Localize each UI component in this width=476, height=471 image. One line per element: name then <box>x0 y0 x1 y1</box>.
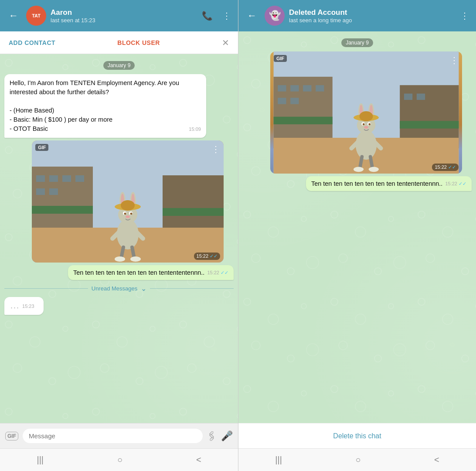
typing-indicator: ... 15:23 <box>4 297 44 315</box>
gif-more-options-right[interactable]: ⋮ <box>450 55 459 65</box>
nav-home-icon-right[interactable]: ○ <box>355 455 360 465</box>
gif-svg-left <box>32 140 224 263</box>
svg-rect-36 <box>303 85 311 91</box>
contact-name-aaron: Aaron <box>51 8 196 17</box>
block-user-button[interactable]: BLOCK USER <box>117 39 160 46</box>
bubble-outgoing-text-left: Ten ten ten ten ten ten ten ten tentente… <box>68 265 234 280</box>
gif-button-left[interactable]: GIF <box>5 432 18 440</box>
svg-point-29 <box>115 256 125 262</box>
contact-status-deleted: last seen a long time ago <box>289 17 454 24</box>
svg-rect-3 <box>36 175 45 182</box>
add-contact-button[interactable]: ADD CONTACT <box>9 39 55 46</box>
svg-point-30 <box>130 256 141 262</box>
message-incoming-text: Hello, I'm Aaron from TENTEN Employment … <box>4 74 206 138</box>
gif-visual-left[interactable] <box>32 140 224 263</box>
svg-rect-41 <box>417 94 425 100</box>
mic-icon-left[interactable]: 🎤 <box>221 430 233 442</box>
text-message-outgoing-left: Ten ten ten ten ten ten ten ten tentente… <box>68 265 234 280</box>
gif-svg-right <box>270 51 462 174</box>
chat-area-left: January 9 Hello, I'm Aaron from TENTEN E… <box>0 54 238 423</box>
svg-point-56 <box>368 123 371 126</box>
gif-message-right: GIF ⋮ 15:22 ✓✓ <box>270 51 472 174</box>
gif-checks-left: ✓✓ <box>210 253 218 259</box>
avatar-deleted: 👻 <box>265 6 285 26</box>
attach-icon-left[interactable]: 🖇 <box>204 429 219 444</box>
bubble-incoming: Hello, I'm Aaron from TENTEN Employment … <box>4 74 206 138</box>
more-options-icon-right[interactable]: ⋮ <box>459 9 471 23</box>
svg-rect-5 <box>62 175 71 182</box>
ghost-icon: 👻 <box>269 10 281 21</box>
close-action-bar-button[interactable]: ✕ <box>222 38 229 48</box>
more-options-icon-left[interactable]: ⋮ <box>221 9 233 23</box>
unread-label: Unread Messages <box>92 285 138 292</box>
svg-point-19 <box>121 200 135 211</box>
typing-bubble: ... 15:23 <box>4 297 44 315</box>
svg-rect-42 <box>274 117 333 124</box>
svg-rect-38 <box>278 98 286 104</box>
gif-message-outgoing-left: GIF ⋮ 15:22 ✓✓ <box>32 140 234 263</box>
divider-line-left <box>4 288 88 289</box>
gif-more-options[interactable]: ⋮ <box>211 144 220 154</box>
outgoing-time-left: 15:22 ✓✓ <box>207 270 228 276</box>
typing-time: 15:23 <box>22 304 34 309</box>
phone-icon[interactable]: 📞 <box>200 9 214 23</box>
svg-line-61 <box>371 157 373 168</box>
svg-rect-2 <box>163 175 224 236</box>
input-bar-left: GIF 🖇 🎤 <box>0 423 238 448</box>
gif-visual-right[interactable] <box>270 51 462 174</box>
svg-rect-4 <box>49 175 58 182</box>
gif-container-left: GIF ⋮ 15:22 ✓✓ <box>32 140 224 263</box>
nav-back-icon-left[interactable]: < <box>196 455 201 465</box>
text-message-outgoing-right: Ten ten ten ten ten ten ten ten tentente… <box>306 176 472 191</box>
gif-checks-right: ✓✓ <box>448 164 456 170</box>
svg-point-24 <box>126 215 130 218</box>
gif-time-left: 15:22 ✓✓ <box>194 253 221 260</box>
svg-rect-10 <box>163 208 224 216</box>
date-badge-left: January 9 <box>4 61 234 69</box>
back-button-right[interactable]: ← <box>244 8 260 23</box>
nav-home-icon-left[interactable]: ○ <box>117 455 122 465</box>
left-header: ← TAT Aaron last seen at 15:23 📞 ⋮ <box>0 0 238 31</box>
svg-point-63 <box>369 167 379 172</box>
svg-rect-7 <box>36 188 45 195</box>
svg-line-27 <box>121 247 123 258</box>
avatar-aaron: TAT <box>26 6 46 26</box>
bubble-outgoing-text-right: Ten ten ten ten ten ten ten ten tentente… <box>306 176 472 191</box>
unread-messages-divider[interactable]: Unread Messages ⌄ <box>4 284 234 293</box>
outgoing-text-left: Ten ten ten ten ten ten ten ten tentente… <box>73 269 205 276</box>
divider-line-right <box>150 288 234 289</box>
nav-bars-icon-left[interactable]: ||| <box>37 455 44 465</box>
svg-point-55 <box>363 123 365 126</box>
nav-back-icon-right[interactable]: < <box>434 455 439 465</box>
svg-rect-35 <box>290 85 299 91</box>
typing-dots: ... <box>10 301 20 311</box>
message-input-left[interactable] <box>23 429 203 443</box>
bottom-nav-right: ||| ○ < <box>238 448 476 471</box>
chat-area-right: January 9 <box>238 31 476 423</box>
svg-line-60 <box>360 157 362 168</box>
right-header: ← 👻 Deleted Account last seen a long tim… <box>238 0 476 31</box>
header-actions-left: 📞 ⋮ <box>200 9 233 23</box>
svg-rect-9 <box>32 206 93 214</box>
svg-rect-40 <box>404 94 412 100</box>
svg-rect-43 <box>400 121 459 128</box>
right-chat-panel: ← 👻 Deleted Account last seen a long tim… <box>238 0 476 471</box>
left-chat-panel: ← TAT Aaron last seen at 15:23 📞 ⋮ ADD C… <box>0 0 238 471</box>
svg-point-23 <box>130 213 133 215</box>
outgoing-time-right: 15:22 ✓✓ <box>445 181 466 187</box>
back-button-left[interactable]: ← <box>5 8 22 23</box>
svg-point-52 <box>360 111 373 121</box>
svg-line-28 <box>132 247 134 258</box>
svg-point-57 <box>364 126 368 129</box>
delete-chat-button[interactable]: Delete this chat <box>333 432 381 440</box>
header-actions-right: ⋮ <box>459 9 471 23</box>
svg-rect-8 <box>49 188 58 195</box>
svg-rect-6 <box>75 175 84 182</box>
gif-container-right: GIF ⋮ 15:22 ✓✓ <box>270 51 462 174</box>
nav-bars-icon-right[interactable]: ||| <box>275 455 282 465</box>
message-time-incoming: 15:09 <box>189 126 201 133</box>
bottom-nav-left: ||| ○ < <box>0 448 238 471</box>
gif-time-right: 15:22 ✓✓ <box>432 164 459 171</box>
unread-chevron-icon[interactable]: ⌄ <box>141 284 146 293</box>
message-text-incoming: Hello, I'm Aaron from TENTEN Employment … <box>10 79 179 132</box>
